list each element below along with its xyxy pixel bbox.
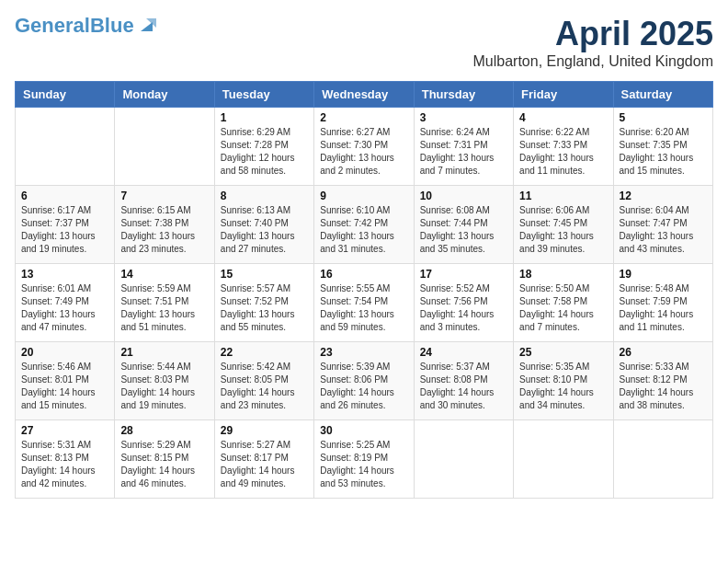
calendar-cell: 24Sunrise: 5:37 AM Sunset: 8:08 PM Dayli… (414, 342, 513, 420)
cell-content: Sunrise: 5:44 AM Sunset: 8:03 PM Dayligh… (120, 361, 208, 412)
calendar-cell: 2Sunrise: 6:27 AM Sunset: 7:30 PM Daylig… (314, 108, 414, 186)
location: Mulbarton, England, United Kingdom (473, 53, 714, 70)
cell-content: Sunrise: 6:13 AM Sunset: 7:40 PM Dayligh… (221, 204, 308, 256)
day-number: 20 (21, 346, 108, 359)
day-number: 1 (221, 111, 308, 124)
cell-content: Sunrise: 6:27 AM Sunset: 7:30 PM Dayligh… (320, 126, 407, 178)
calendar-cell (613, 420, 712, 499)
calendar-week-3: 13Sunrise: 6:01 AM Sunset: 7:49 PM Dayli… (16, 264, 713, 342)
cell-content: Sunrise: 6:29 AM Sunset: 7:28 PM Dayligh… (221, 126, 308, 178)
day-number: 10 (420, 190, 507, 202)
calendar-cell: 29Sunrise: 5:27 AM Sunset: 8:17 PM Dayli… (214, 420, 313, 499)
cell-content: Sunrise: 6:15 AM Sunset: 7:38 PM Dayligh… (120, 204, 208, 256)
day-number: 23 (320, 346, 407, 359)
cell-content: Sunrise: 5:52 AM Sunset: 7:56 PM Dayligh… (420, 282, 507, 334)
calendar-cell: 7Sunrise: 6:15 AM Sunset: 7:38 PM Daylig… (115, 186, 214, 264)
weekday-header-row: SundayMondayTuesdayWednesdayThursdayFrid… (16, 82, 713, 108)
cell-content: Sunrise: 5:37 AM Sunset: 8:08 PM Dayligh… (420, 361, 507, 412)
day-number: 25 (519, 346, 607, 359)
cell-content: Sunrise: 6:24 AM Sunset: 7:31 PM Dayligh… (420, 126, 507, 178)
calendar-cell: 23Sunrise: 5:39 AM Sunset: 8:06 PM Dayli… (314, 342, 414, 420)
calendar-cell: 8Sunrise: 6:13 AM Sunset: 7:40 PM Daylig… (214, 186, 313, 264)
calendar-cell: 21Sunrise: 5:44 AM Sunset: 8:03 PM Dayli… (115, 342, 214, 420)
cell-content: Sunrise: 5:29 AM Sunset: 8:15 PM Dayligh… (120, 439, 208, 490)
calendar-cell: 22Sunrise: 5:42 AM Sunset: 8:05 PM Dayli… (214, 342, 313, 420)
calendar-cell: 14Sunrise: 5:59 AM Sunset: 7:51 PM Dayli… (115, 264, 214, 342)
cell-content: Sunrise: 5:46 AM Sunset: 8:01 PM Dayligh… (21, 361, 108, 412)
day-number: 26 (620, 346, 707, 359)
day-number: 21 (120, 346, 208, 359)
cell-content: Sunrise: 6:08 AM Sunset: 7:44 PM Dayligh… (420, 204, 507, 256)
month-title: April 2025 (473, 15, 714, 53)
logo-text: GeneralBlue (15, 16, 134, 36)
calendar-cell (115, 108, 214, 186)
weekday-friday: Friday (514, 82, 613, 108)
calendar-cell: 1Sunrise: 6:29 AM Sunset: 7:28 PM Daylig… (214, 108, 313, 186)
cell-content: Sunrise: 5:27 AM Sunset: 8:17 PM Dayligh… (221, 439, 308, 490)
cell-content: Sunrise: 5:35 AM Sunset: 8:10 PM Dayligh… (519, 361, 607, 412)
weekday-saturday: Saturday (613, 82, 712, 108)
day-number: 3 (420, 111, 507, 124)
page-header: GeneralBlue April 2025 Mulbarton, Englan… (15, 15, 713, 70)
cell-content: Sunrise: 6:17 AM Sunset: 7:37 PM Dayligh… (21, 204, 108, 256)
weekday-monday: Monday (115, 82, 214, 108)
calendar-cell: 3Sunrise: 6:24 AM Sunset: 7:31 PM Daylig… (414, 108, 513, 186)
calendar-cell: 5Sunrise: 6:20 AM Sunset: 7:35 PM Daylig… (613, 108, 712, 186)
calendar-cell: 4Sunrise: 6:22 AM Sunset: 7:33 PM Daylig… (514, 108, 613, 186)
title-section: April 2025 Mulbarton, England, United Ki… (473, 15, 714, 70)
svg-marker-0 (141, 22, 153, 31)
day-number: 22 (221, 346, 308, 359)
calendar-cell: 28Sunrise: 5:29 AM Sunset: 8:15 PM Dayli… (115, 420, 214, 499)
calendar-cell: 16Sunrise: 5:55 AM Sunset: 7:54 PM Dayli… (314, 264, 414, 342)
logo-blue: Blue (90, 14, 134, 37)
day-number: 27 (21, 424, 108, 437)
calendar-cell: 27Sunrise: 5:31 AM Sunset: 8:13 PM Dayli… (16, 420, 115, 499)
calendar-week-2: 6Sunrise: 6:17 AM Sunset: 7:37 PM Daylig… (16, 186, 713, 264)
day-number: 19 (620, 268, 707, 281)
calendar-cell (514, 420, 613, 499)
cell-content: Sunrise: 5:59 AM Sunset: 7:51 PM Dayligh… (120, 282, 208, 334)
calendar-cell (16, 108, 115, 186)
calendar-cell: 6Sunrise: 6:17 AM Sunset: 7:37 PM Daylig… (16, 186, 115, 264)
calendar-cell: 10Sunrise: 6:08 AM Sunset: 7:44 PM Dayli… (414, 186, 513, 264)
calendar-cell: 18Sunrise: 5:50 AM Sunset: 7:58 PM Dayli… (514, 264, 613, 342)
calendar-week-1: 1Sunrise: 6:29 AM Sunset: 7:28 PM Daylig… (16, 108, 713, 186)
day-number: 11 (519, 190, 607, 202)
day-number: 29 (221, 424, 308, 437)
cell-content: Sunrise: 6:22 AM Sunset: 7:33 PM Dayligh… (519, 126, 607, 178)
calendar-cell: 15Sunrise: 5:57 AM Sunset: 7:52 PM Dayli… (214, 264, 313, 342)
calendar-header: SundayMondayTuesdayWednesdayThursdayFrid… (16, 82, 713, 108)
day-number: 15 (221, 268, 308, 281)
cell-content: Sunrise: 5:42 AM Sunset: 8:05 PM Dayligh… (221, 361, 308, 412)
cell-content: Sunrise: 5:55 AM Sunset: 7:54 PM Dayligh… (320, 282, 407, 334)
weekday-thursday: Thursday (414, 82, 513, 108)
cell-content: Sunrise: 5:48 AM Sunset: 7:59 PM Dayligh… (620, 282, 707, 334)
cell-content: Sunrise: 6:20 AM Sunset: 7:35 PM Dayligh… (620, 126, 707, 178)
calendar-cell: 9Sunrise: 6:10 AM Sunset: 7:42 PM Daylig… (314, 186, 414, 264)
day-number: 9 (320, 190, 407, 202)
day-number: 8 (221, 190, 308, 202)
calendar-cell: 19Sunrise: 5:48 AM Sunset: 7:59 PM Dayli… (613, 264, 712, 342)
day-number: 14 (120, 268, 208, 281)
cell-content: Sunrise: 5:39 AM Sunset: 8:06 PM Dayligh… (320, 361, 407, 412)
cell-content: Sunrise: 5:31 AM Sunset: 8:13 PM Dayligh… (21, 439, 108, 490)
day-number: 18 (519, 268, 607, 281)
day-number: 5 (620, 111, 707, 124)
day-number: 13 (21, 268, 108, 281)
calendar-cell: 17Sunrise: 5:52 AM Sunset: 7:56 PM Dayli… (414, 264, 513, 342)
cell-content: Sunrise: 5:25 AM Sunset: 8:19 PM Dayligh… (320, 439, 407, 490)
cell-content: Sunrise: 6:04 AM Sunset: 7:47 PM Dayligh… (620, 204, 707, 256)
cell-content: Sunrise: 5:33 AM Sunset: 8:12 PM Dayligh… (620, 361, 707, 412)
calendar-table: SundayMondayTuesdayWednesdayThursdayFrid… (15, 81, 713, 499)
day-number: 4 (519, 111, 607, 124)
cell-content: Sunrise: 6:06 AM Sunset: 7:45 PM Dayligh… (519, 204, 607, 256)
calendar-cell: 11Sunrise: 6:06 AM Sunset: 7:45 PM Dayli… (514, 186, 613, 264)
cell-content: Sunrise: 5:50 AM Sunset: 7:58 PM Dayligh… (519, 282, 607, 334)
day-number: 7 (120, 190, 208, 202)
calendar-cell: 20Sunrise: 5:46 AM Sunset: 8:01 PM Dayli… (16, 342, 115, 420)
logo-icon (136, 15, 156, 35)
calendar-week-4: 20Sunrise: 5:46 AM Sunset: 8:01 PM Dayli… (16, 342, 713, 420)
logo-general: General (15, 14, 90, 37)
calendar-cell: 25Sunrise: 5:35 AM Sunset: 8:10 PM Dayli… (514, 342, 613, 420)
calendar-cell: 30Sunrise: 5:25 AM Sunset: 8:19 PM Dayli… (314, 420, 414, 499)
